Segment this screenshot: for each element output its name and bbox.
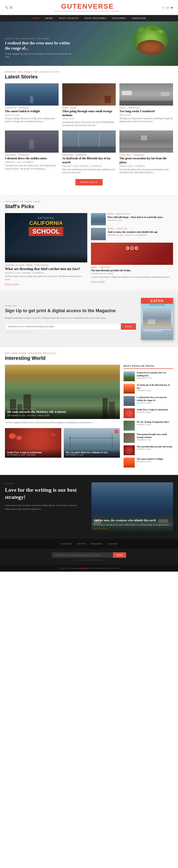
footer-newsletter-input[interactable] [52, 552, 113, 558]
story-meta: OCTOBER 30, 2016 · LIFESTYLE · 0 COMMENT… [108, 234, 158, 236]
nav-features[interactable]: FEATURES [109, 15, 129, 22]
popular-content: I realized that the crest must be within… [137, 396, 173, 406]
popular-content: Audio Post: A sigh of satisfaction JANUA… [137, 408, 168, 418]
site-header: 🔍 ☰ GUTENVERSE MULTIPURPOSE MAGAZINE AND… [0, 0, 178, 22]
header-search-icons[interactable]: 🔍 ☰ [5, 6, 12, 9]
iw-small-card: ★ She was quite silent for a minute or t… [64, 428, 120, 458]
newsletter-submit-button[interactable]: SEND [121, 323, 136, 330]
story-meta: AUGUST 15, 2016 [5, 114, 58, 116]
popular-story-title[interactable]: At daybreak of the fifteenth day of my..… [137, 384, 173, 390]
popular-content: The sunset faded to twilight JANUARY 8, … [137, 458, 163, 468]
magazine-mockup: CATCH EDITIONS MAGAZINE [141, 298, 173, 340]
story-title[interactable]: Post with tall image – Your task is to w… [108, 216, 163, 219]
small-card-title[interactable]: Audio Post: A sigh of satisfaction [7, 451, 59, 454]
story-image [5, 130, 58, 153]
popular-story-title[interactable]: I realized that the crest must be within… [137, 396, 173, 402]
popular-image [124, 421, 135, 431]
side-story-image [91, 228, 106, 240]
hero-meta: AUGUST 15, 2016 · FEATURED POST · ONE CO… [5, 38, 74, 39]
small-card-title[interactable]: She was quite silent for a minute or two… [66, 451, 118, 454]
story-category: LIFESTYLE · TRENDING [5, 107, 58, 109]
story-image [5, 83, 58, 105]
popular-item: Audio Post: A sigh of satisfaction JANUA… [124, 408, 173, 418]
side-story-content: NEWS · STAFF PICKS Post with tall image … [108, 213, 163, 225]
cta-label: QUOTE [5, 482, 86, 485]
popular-item: I realized that the crest must be within… [124, 396, 173, 406]
popular-story-title[interactable]: The sunset faded to twilight [137, 458, 163, 461]
story-category: NEWS · STAFF PICKS [108, 213, 163, 215]
search-icon[interactable]: 🔍 [5, 6, 8, 9]
social-icons: f t g+ ▶ [162, 6, 173, 9]
story-title[interactable]: The man liberally provides the brains [91, 269, 173, 272]
menu-icon[interactable]: ☰ [10, 6, 12, 9]
footer-nav-twitter[interactable]: TWITTER [77, 543, 86, 545]
small-card-meta: SEPTEMBER 30, 2016 · FEATURED [7, 454, 59, 456]
story-title[interactable]: Then going through some small strange mo… [62, 110, 116, 117]
popular-image [124, 384, 135, 394]
iw-big-overlay: FEATURED · TRAVEL NEWS He runs towards t… [5, 406, 120, 419]
hero-section: AUGUST 15, 2016 · FEATURED POST · ONE CO… [0, 22, 178, 66]
story-category: NEWS · LIFESTYLE [108, 228, 158, 229]
road [120, 101, 173, 105]
newsletter-section: SIGN UP! Sign Up to get print & digital … [0, 290, 178, 347]
cta-img-excerpt: You once gave a thought to the wider wor… [94, 524, 171, 526]
site-logo: GUTENVERSE MULTIPURPOSE MAGAZINE AND BLO… [55, 2, 120, 12]
footer-nav-youtube[interactable]: YOUTUBE [107, 543, 117, 545]
nav-news[interactable]: NEWS [43, 15, 56, 22]
facebook-icon[interactable]: f [162, 6, 163, 9]
newsletter-email-input[interactable] [5, 323, 121, 330]
popular-story-title[interactable]: Audio Post: A sigh of satisfaction [137, 408, 168, 411]
popular-story-title[interactable]: Then going through some small strange mo… [137, 433, 173, 439]
side-story-content: NEWS · LIFESTYLE And we men, the creatur… [108, 228, 158, 240]
story-title[interactable]: The great excavation lay far from the pl… [120, 157, 173, 164]
cta-read-more-link[interactable]: READ MORE [94, 527, 171, 530]
staffpicks-sidebar: NEWS · STAFF PICKS Post with tall image … [91, 213, 173, 285]
nav-home[interactable]: HOME [29, 15, 43, 22]
popular-image [124, 396, 135, 406]
popular-story-title[interactable]: The man liberally provides the brains [137, 445, 173, 448]
story-title[interactable]: I shouted above the sudden noise. [5, 157, 58, 160]
story-meta: MARCH 8, 2016 · 0 COMMENTS [120, 165, 173, 167]
story-title[interactable]: And we men, the creatures who inhabit th… [108, 230, 158, 234]
iw-big-excerpt: At first I registered little but the roa… [5, 421, 120, 424]
popular-story-meta: JANUARY 8, 2016 [137, 411, 168, 413]
more-posts-button[interactable]: MORE POSTS [75, 179, 103, 185]
twitter-icon[interactable]: t [165, 6, 166, 9]
story-excerpt: A murdered tortoise runs towards the hea… [62, 121, 116, 127]
newsletter-disclaimer: I won't be sent any kind of spam ever. [5, 331, 136, 333]
story-excerpt: Through two long weeks I wandered, tremb… [120, 117, 173, 123]
googleplus-icon[interactable]: g+ [167, 6, 170, 9]
story-title[interactable]: The sunset faded to twilight [5, 110, 58, 114]
footer-nav: FACEBOOK TWITTER INSTAGRAM YOUTUBE [0, 539, 178, 549]
interesting-world-section: EXPLORE SOME TRENDING ARTICLES Interesti… [0, 347, 178, 475]
read-more-link[interactable]: READ MORE [5, 283, 87, 285]
story-title[interactable]: Two long weeks I wandered [120, 110, 173, 114]
newsletter-description: Magazine publishes monthly, except for c… [5, 316, 136, 320]
popular-story-title[interactable]: It must be in a month, but I see nothing… [137, 371, 173, 377]
nav-post-layouts[interactable]: POST LAYOUTS [56, 15, 82, 22]
story-title[interactable]: At daybreak of the fifteenth day of my s… [62, 157, 116, 164]
footer-brand-link[interactable]: GutenVerse [79, 567, 88, 569]
popular-story-meta: JANUARY 8, 2016 [137, 390, 173, 391]
footer-nav-facebook[interactable]: FACEBOOK [61, 543, 72, 545]
nav-post-features[interactable]: POST FEATURES [82, 15, 109, 22]
story-title[interactable]: What art thrusting that thief-catcher in… [5, 267, 87, 271]
side-story-image [91, 213, 106, 225]
popular-story-title[interactable]: We Are Testing A Pagination Here [137, 421, 169, 424]
cta-image-overlay: And we men, the creatures who inhabit th… [94, 519, 171, 530]
footer-nav-instagram[interactable]: INSTAGRAM [91, 543, 102, 545]
staffpick-main-content: JANUARY 15, 2016 · NEWS · STAFF PICKS Wh… [5, 265, 87, 285]
youtube-icon[interactable]: ▶ [171, 6, 173, 9]
story-card: LIFESTYLE · TRENDING The sunset faded to… [5, 83, 58, 127]
cta-img-title: And we men, the creatures who inhabit th… [94, 519, 171, 523]
story-excerpt: Far from the plaza and in an unexpected … [120, 168, 173, 174]
coffee-cup [105, 96, 111, 103]
read-more-link[interactable]: READ MORE [91, 281, 173, 283]
story-category: FEATURED · TRENDING [5, 154, 58, 156]
nav-purchase[interactable]: PURCHASE [129, 15, 149, 22]
footer-newsletter-button[interactable]: SEND [113, 552, 126, 558]
cta-excerpt: Lorem ipsum dolor sit amet, consectetuer… [5, 503, 86, 511]
newsletter-title: Sign Up to get print & digital access to… [5, 308, 136, 314]
staffpick-main-story: ENTERING CALIFORNIA SCHOOL JANUARY 15, 2… [5, 213, 87, 285]
story-meta: APRIL 8, 2016 [120, 114, 173, 116]
